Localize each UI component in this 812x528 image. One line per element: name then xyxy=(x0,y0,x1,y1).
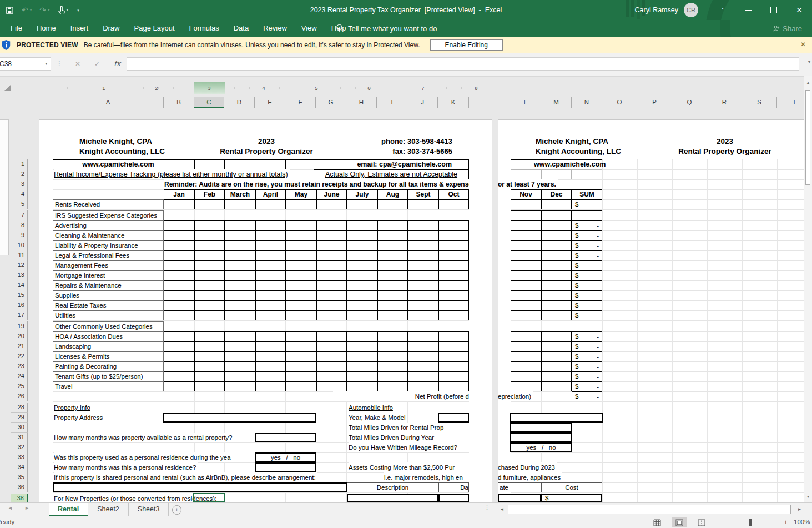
grid-cell[interactable] xyxy=(408,310,438,320)
month-header-oct[interactable]: Oct xyxy=(438,189,469,199)
grid-cell[interactable] xyxy=(347,250,377,260)
sum-cell[interactable]: $- xyxy=(572,341,602,351)
grid-cell[interactable] xyxy=(255,250,286,260)
sum-cell[interactable]: $- xyxy=(572,290,602,300)
grid-cell[interactable] xyxy=(225,240,255,250)
grid-cell[interactable] xyxy=(164,310,194,320)
miles-year-input-p2[interactable] xyxy=(510,433,572,442)
grid-cell[interactable] xyxy=(286,260,316,270)
grid-cell[interactable] xyxy=(255,199,286,209)
worksheet-area[interactable]: 12345678ABCDEFGHIJKLMNOPQRST123457891011… xyxy=(0,0,812,528)
grid-cell[interactable] xyxy=(511,230,541,240)
month-header-dec[interactable]: Dec xyxy=(541,189,572,199)
column-header-G[interactable]: G xyxy=(316,97,346,108)
grid-cell[interactable] xyxy=(164,199,194,209)
category-label-cell[interactable]: Tenant Gifts (up to $25/person) xyxy=(53,371,164,381)
column-header-P[interactable]: P xyxy=(637,97,672,108)
asset-date-input-p2[interactable] xyxy=(498,494,541,502)
sum-cell[interactable]: $- xyxy=(572,391,602,401)
category-label-cell[interactable]: Cleaning & Maintenance xyxy=(53,230,164,240)
column-header-K[interactable]: K xyxy=(438,97,469,108)
grid-cell[interactable] xyxy=(316,250,347,260)
grid-cell[interactable] xyxy=(377,341,408,351)
grid-cell[interactable] xyxy=(408,341,438,351)
grid-cell[interactable] xyxy=(438,250,469,260)
chevron-down-icon[interactable]: ▾ xyxy=(45,58,47,70)
grid-cell[interactable] xyxy=(541,310,572,320)
row-header-32[interactable]: 32 xyxy=(11,442,28,452)
grid-cell[interactable] xyxy=(316,351,347,361)
grid-cell[interactable] xyxy=(438,270,469,280)
grid-cell[interactable] xyxy=(438,371,469,381)
grid-cell[interactable] xyxy=(377,270,408,280)
category-label-cell[interactable]: Rents Received xyxy=(53,199,164,209)
grid-cell[interactable] xyxy=(255,341,286,351)
row-header-33[interactable]: 33 xyxy=(11,452,28,462)
normal-view-button[interactable] xyxy=(650,517,664,527)
grid-cell[interactable] xyxy=(408,199,438,209)
grid-cell[interactable] xyxy=(438,331,469,341)
sheet-tab-sheet2[interactable]: Sheet2 xyxy=(88,503,129,516)
grid-cell[interactable] xyxy=(194,280,225,290)
ribbon-tab-review[interactable]: Review xyxy=(256,20,294,37)
tab-nav-left-icon[interactable]: ◄ xyxy=(8,505,13,511)
section-label-cell[interactable]: Other Commonly Used Categories xyxy=(53,321,164,331)
grid-cell[interactable] xyxy=(194,381,225,391)
grid-cell[interactable] xyxy=(286,199,316,209)
grid-cell[interactable] xyxy=(194,341,225,351)
grid-cell[interactable] xyxy=(541,220,572,230)
grid-cell[interactable] xyxy=(377,300,408,310)
grid-cell[interactable] xyxy=(347,361,377,371)
grid-cell[interactable] xyxy=(408,300,438,310)
grid-cell[interactable] xyxy=(255,331,286,341)
personal-residence-question[interactable]: Was this property used as a personal res… xyxy=(54,452,255,462)
grid-cell[interactable] xyxy=(541,331,572,341)
grid-cell[interactable] xyxy=(225,331,255,341)
row-header-26[interactable]: 26 xyxy=(11,391,28,401)
grid-cell[interactable] xyxy=(164,230,194,240)
grid-cell[interactable] xyxy=(511,341,541,351)
grid-cell[interactable] xyxy=(408,240,438,250)
ribbon-tab-formulas[interactable]: Formulas xyxy=(182,20,226,37)
grid-cell[interactable] xyxy=(347,331,377,341)
grid-cell[interactable] xyxy=(408,361,438,371)
asset-description-input[interactable] xyxy=(347,494,438,502)
row-header-20[interactable]: 20 xyxy=(11,331,28,341)
row-header-22[interactable]: 22 xyxy=(11,351,28,361)
sum-cell[interactable]: $- xyxy=(572,361,602,371)
row-header-11[interactable]: 11 xyxy=(11,250,28,260)
month-header-aug[interactable]: Aug xyxy=(377,189,408,199)
sum-cell[interactable]: $- xyxy=(572,331,602,341)
row-header-3[interactable]: 3 xyxy=(11,179,28,189)
row-header-24[interactable]: 24 xyxy=(11,371,28,381)
sum-cell[interactable]: $- xyxy=(572,240,602,250)
sum-cell[interactable]: $- xyxy=(572,230,602,240)
grid-cell[interactable] xyxy=(286,361,316,371)
grid-cell[interactable] xyxy=(572,210,602,220)
grid-cell[interactable] xyxy=(347,199,377,209)
grid-cell[interactable] xyxy=(194,361,225,371)
months-rental-input[interactable] xyxy=(255,433,316,442)
grid-cell[interactable] xyxy=(316,310,347,320)
automobile-info-header[interactable]: Automobile Info xyxy=(349,403,395,413)
row-header-34[interactable]: 34 xyxy=(11,462,28,472)
grid-cell[interactable] xyxy=(347,230,377,240)
grid-cell[interactable] xyxy=(511,240,541,250)
grid-cell[interactable] xyxy=(511,280,541,290)
grid-cell[interactable] xyxy=(316,280,347,290)
grid-cell[interactable] xyxy=(255,381,286,391)
vertical-scrollbar-thumb[interactable] xyxy=(805,90,810,185)
grid-cell[interactable] xyxy=(438,290,469,300)
grid-cell[interactable] xyxy=(511,270,541,280)
grid-cell[interactable] xyxy=(194,371,225,381)
grid-cell[interactable] xyxy=(316,260,347,270)
sum-cell[interactable]: $- xyxy=(572,381,602,391)
grid-cell[interactable] xyxy=(347,260,377,270)
grid-cell[interactable] xyxy=(316,199,347,209)
grid-cell[interactable] xyxy=(255,310,286,320)
grid-cell[interactable] xyxy=(541,240,572,250)
grid-cell[interactable] xyxy=(541,210,572,220)
sum-cell[interactable]: $- xyxy=(572,260,602,270)
ribbon-tab-home[interactable]: Home xyxy=(29,20,63,37)
grid-cell[interactable] xyxy=(511,199,541,209)
